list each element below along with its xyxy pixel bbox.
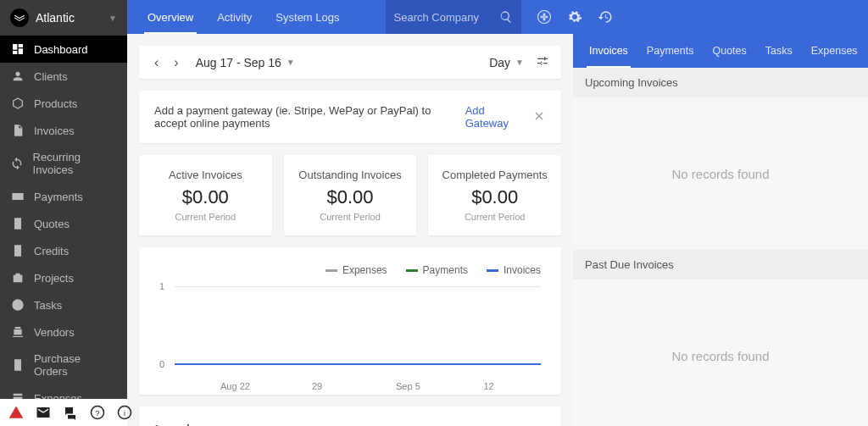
sidebar-item-tasks[interactable]: Tasks [0,291,127,318]
rail-tab-label: Tasks [765,45,793,57]
dashboard-icon [10,42,25,56]
legend-label: Payments [423,264,468,276]
rail-tabs: Invoices Payments Quotes Tasks Expenses [573,34,868,68]
toptab-overview[interactable]: Overview [136,0,205,34]
sidebar-item-credits[interactable]: Credits [0,237,127,264]
next-period-button[interactable]: › [170,55,181,70]
legend-swatch [487,269,498,272]
sidebar-item-label: Credits [34,245,69,257]
sidebar-item-dashboard[interactable]: Dashboard [0,36,127,63]
y-tick-label: 0 [159,359,164,369]
close-icon [532,109,546,123]
sidebar-item-label: Expenses [34,392,82,400]
rail-tab-label: Payments [647,45,694,57]
tune-icon [536,54,549,68]
products-icon [10,97,25,110]
vendors-icon [10,325,25,339]
legend-swatch [326,269,337,272]
sidebar-item-products[interactable]: Products [0,90,127,117]
stat-completed-payments: Completed Payments $0.00 Current Period [428,155,561,235]
footer-bar: ? i [0,399,127,426]
recurring-icon [10,157,25,170]
granularity-label: Day [489,56,510,69]
history-icon[interactable] [598,9,613,25]
prev-period-button[interactable]: ‹ [151,55,162,70]
banner-close-button[interactable] [532,109,546,125]
rail-empty-upcoming: No records found [573,97,868,250]
stat-value: $0.00 [291,186,410,208]
toptab-label: System Logs [275,11,339,24]
sidebar-item-expenses[interactable]: Expenses [0,385,127,399]
sidebar-item-purchase-orders[interactable]: Purchase Orders [0,346,127,385]
sidebar-item-label: Projects [34,272,74,285]
sidebar-item-label: Recurring Invoices [33,151,117,176]
chart-card: Expenses Payments Invoices 1 0 Aug 22 29… [139,247,561,395]
stat-title: Completed Payments [435,169,554,181]
legend-swatch [406,269,418,272]
date-range-picker[interactable]: Aug 17 - Sep 16 ▼ [196,56,295,69]
chat-icon[interactable] [63,405,78,420]
search-box[interactable] [386,0,521,34]
x-tick-label: 29 [312,381,322,391]
stat-title: Outstanding Invoices [291,169,410,181]
stat-value: $0.00 [146,186,265,208]
legend-invoices: Invoices [487,264,541,276]
credits-icon [10,244,25,257]
tasks-icon [10,298,25,312]
chart-area: 1 0 Aug 22 29 Sep 5 12 [159,285,541,378]
sidebar-item-payments[interactable]: Payments [0,183,127,210]
stat-title: Active Invoices [146,169,265,181]
sidebar-item-label: Quotes [34,218,70,230]
legend-label: Expenses [342,264,387,276]
help-icon[interactable]: ? [90,405,105,420]
svg-text:i: i [124,409,125,418]
stat-active-invoices: Active Invoices $0.00 Current Period [139,155,272,235]
toptab-label: Overview [147,11,193,24]
rail-tab-label: Expenses [811,45,858,57]
sidebar-item-recurring-invoices[interactable]: Recurring Invoices [0,144,127,183]
rail-tab-quotes[interactable]: Quotes [703,34,755,68]
sidebar-item-clients[interactable]: Clients [0,63,127,90]
x-tick-label: Sep 5 [396,381,420,391]
legend-label: Invoices [504,264,541,276]
quotes-icon [10,217,25,230]
rail-tab-tasks[interactable]: Tasks [756,34,802,68]
sidebar-item-invoices[interactable]: Invoices [0,117,127,144]
chart-legend: Expenses Payments Invoices [159,264,541,276]
stat-sub: Current Period [291,212,410,222]
alert-icon[interactable] [8,405,24,420]
sidebar-item-label: Vendors [34,326,75,339]
expenses-icon [10,391,25,399]
right-rail: Invoices Payments Quotes Tasks Expenses … [573,34,868,426]
invoices-icon [10,124,25,137]
toptab-system-logs[interactable]: System Logs [264,0,351,34]
rail-tab-invoices[interactable]: Invoices [580,34,637,68]
filter-settings-button[interactable] [536,54,549,70]
rail-tab-label: Quotes [712,45,746,57]
rail-tab-payments[interactable]: Payments [637,34,704,68]
toptab-activity[interactable]: Activity [205,0,264,34]
mail-icon[interactable] [36,405,51,420]
toptab-label: Activity [217,11,252,24]
sidebar-item-label: Clients [34,70,68,83]
legend-expenses: Expenses [326,264,387,276]
clients-icon [10,69,25,83]
add-icon[interactable] [537,9,552,25]
settings-icon[interactable] [567,9,582,25]
sidebar-item-projects[interactable]: Projects [0,264,127,291]
projects-icon [10,271,25,285]
rail-tab-expenses[interactable]: Expenses [802,34,867,68]
payments-icon [10,190,25,203]
add-gateway-link[interactable]: Add Gateway [465,104,517,130]
x-tick-label: Aug 22 [220,381,250,391]
stat-sub: Current Period [146,212,265,222]
banner-text: Add a payment gateway (ie. Stripe, WePay… [154,104,465,130]
granularity-picker[interactable]: Day ▼ [489,56,524,69]
sidebar-item-vendors[interactable]: Vendors [0,318,127,346]
company-switcher[interactable]: Atlantic ▼ [0,0,127,36]
sidebar-item-label: Tasks [34,299,62,312]
sidebar-item-quotes[interactable]: Quotes [0,210,127,237]
chevron-down-icon: ▼ [287,58,295,67]
search-input[interactable] [394,11,499,24]
x-tick-label: 12 [484,381,494,391]
